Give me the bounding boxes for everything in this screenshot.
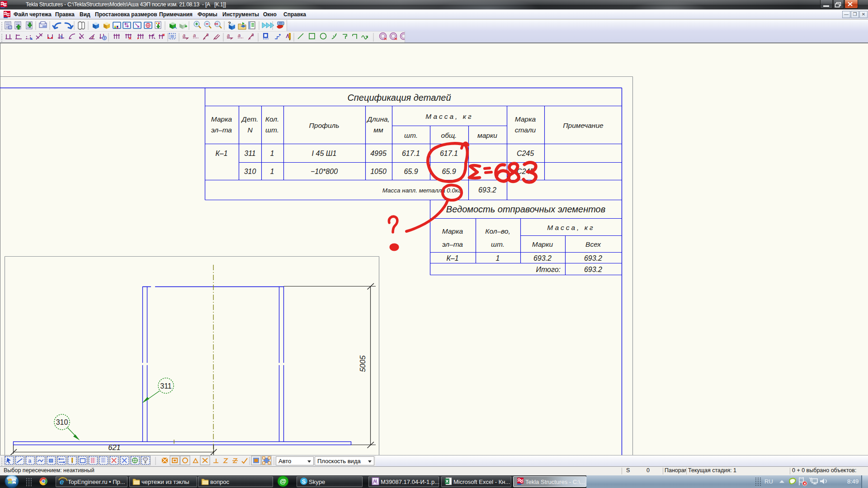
svg-text:Спецификация деталей: Спецификация деталей — [347, 93, 451, 103]
svg-text:310: 310 — [244, 168, 256, 175]
svg-text:эл–та: эл–та — [442, 240, 463, 248]
svg-text:a: a — [28, 458, 31, 464]
svg-text:65.9: 65.9 — [442, 168, 456, 175]
svg-text:Длина,: Длина, — [366, 115, 390, 123]
svg-text:65.9: 65.9 — [404, 168, 418, 175]
svg-text:311: 311 — [244, 150, 256, 157]
svg-text:617.1: 617.1 — [440, 150, 458, 157]
svg-text:шт.: шт. — [491, 240, 505, 248]
svg-text:марки: марки — [477, 131, 497, 139]
svg-text:Марка: Марка — [442, 227, 463, 235]
svg-text:Профиль: Профиль — [309, 122, 340, 129]
svg-text:310: 310 — [56, 418, 68, 426]
svg-text:693.2: 693.2 — [478, 186, 496, 194]
svg-text:Кол–во,: Кол–во, — [485, 227, 510, 235]
svg-text:Масса напл. металла 0.0кг: Масса напл. металла 0.0кг — [382, 187, 462, 194]
svg-text:К–1: К–1 — [215, 150, 227, 157]
svg-text:эл–та: эл–та — [211, 126, 232, 134]
svg-text:1: 1 — [496, 254, 500, 262]
svg-text:621: 621 — [108, 443, 121, 451]
svg-text:1050: 1050 — [370, 168, 387, 175]
svg-text:Ведомость отправочных элементо: Ведомость отправочных элементов — [446, 204, 605, 214]
svg-text:S: S — [302, 479, 306, 485]
svg-text:311: 311 — [160, 382, 172, 390]
svg-text:Марка: Марка — [515, 115, 536, 123]
svg-text:Дет.: Дет. — [241, 115, 258, 123]
svg-text:шт.: шт. — [265, 126, 279, 134]
svg-text:Марка: Марка — [211, 115, 232, 123]
svg-text:693.2: 693.2 — [584, 266, 602, 273]
svg-text:693.2: 693.2 — [584, 254, 602, 262]
svg-text:С245: С245 — [517, 150, 534, 157]
svg-text:Кол.: Кол. — [265, 115, 279, 123]
svg-text:Всех: Всех — [585, 240, 601, 248]
svg-text:Масса, кг: Масса, кг — [547, 224, 594, 231]
svg-text:I 45 Ш1: I 45 Ш1 — [312, 150, 337, 157]
svg-text:Марки: Марки — [532, 240, 553, 248]
svg-text:RU: RU — [764, 478, 773, 485]
svg-text:общ.: общ. — [441, 131, 457, 139]
svg-text:К–1: К–1 — [446, 254, 458, 262]
svg-text:Масса, кг: Масса, кг — [425, 113, 473, 120]
svg-text:Итого:: Итого: — [536, 266, 561, 273]
svg-text:1: 1 — [270, 150, 274, 157]
svg-text:шт.: шт. — [404, 131, 418, 139]
svg-text:693.2: 693.2 — [533, 254, 552, 262]
svg-text:−10*800: −10*800 — [311, 168, 338, 175]
svg-text:617.1: 617.1 — [402, 150, 420, 157]
svg-text:Примечание: Примечание — [563, 122, 604, 129]
svg-text:e: e — [60, 478, 64, 486]
svg-text:5005: 5005 — [359, 355, 367, 372]
svg-text:4995: 4995 — [370, 150, 387, 157]
svg-text:N: N — [247, 126, 253, 134]
svg-text:8:49: 8:49 — [847, 478, 859, 485]
svg-text:1: 1 — [270, 168, 274, 175]
svg-text:мм: мм — [373, 126, 383, 134]
svg-text:стали: стали — [515, 126, 536, 134]
svg-text:@: @ — [280, 477, 287, 485]
